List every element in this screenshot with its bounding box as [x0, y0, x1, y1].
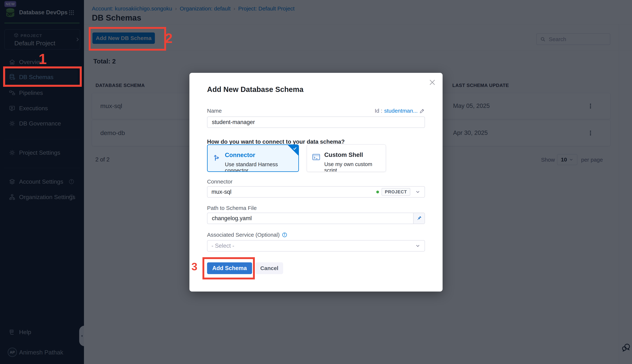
- name-label: Name: [207, 108, 222, 114]
- annotation-number-2: 2: [165, 32, 172, 45]
- name-input[interactable]: [207, 116, 425, 128]
- app-window: NEW Database DevOps PROJE: [0, 0, 632, 364]
- id-label: Id :: [375, 108, 382, 114]
- associated-service-row: Associated Service (Optional): [207, 232, 287, 238]
- associated-service-label: Associated Service (Optional): [207, 232, 280, 238]
- option-card-connector[interactable]: Connector Use standard Harness connector: [207, 144, 299, 172]
- close-icon[interactable]: [428, 78, 436, 86]
- annotation-box-1: [3, 66, 82, 87]
- option-title: Connector: [225, 152, 255, 158]
- connector-label: Connector: [207, 178, 233, 185]
- path-field: [207, 213, 425, 224]
- annotation-number-1: 1: [39, 52, 47, 66]
- option-subtitle: Use standard Harness connector: [225, 162, 298, 172]
- connect-question: How do you want to connect to your data …: [207, 138, 345, 145]
- annotation-number-3: 3: [191, 261, 197, 272]
- associated-service-value: - Select -: [212, 242, 415, 249]
- id-row: Id : studentman...: [375, 108, 425, 114]
- connector-select[interactable]: mux-sql PROJECT: [207, 186, 425, 198]
- pin-icon[interactable]: [413, 213, 425, 224]
- cancel-button[interactable]: Cancel: [256, 262, 283, 274]
- option-subtitle: Use my own custom script: [324, 161, 386, 172]
- id-value-link[interactable]: studentman...: [384, 108, 417, 114]
- terminal-icon: [312, 153, 321, 162]
- annotation-box-3: [202, 257, 255, 280]
- info-icon[interactable]: [282, 232, 287, 238]
- check-icon: [293, 146, 297, 151]
- scope-badge: PROJECT: [382, 188, 410, 196]
- path-label: Path to Schema File: [207, 205, 257, 211]
- chevron-down-icon: [415, 243, 420, 248]
- edit-pencil-icon[interactable]: [419, 108, 425, 114]
- option-card-custom-shell[interactable]: Custom Shell Use my own custom script: [307, 144, 386, 172]
- connector-value: mux-sql: [212, 188, 376, 195]
- branch-arrow-icon: [213, 153, 221, 162]
- option-title: Custom Shell: [324, 151, 363, 158]
- path-input[interactable]: [207, 213, 413, 224]
- modal-title: Add New Database Schema: [207, 85, 304, 94]
- annotation-box-2: [89, 27, 166, 51]
- chevron-down-icon: [415, 189, 420, 195]
- connectivity-status-dot: [376, 190, 379, 194]
- associated-service-select[interactable]: - Select -: [207, 240, 425, 252]
